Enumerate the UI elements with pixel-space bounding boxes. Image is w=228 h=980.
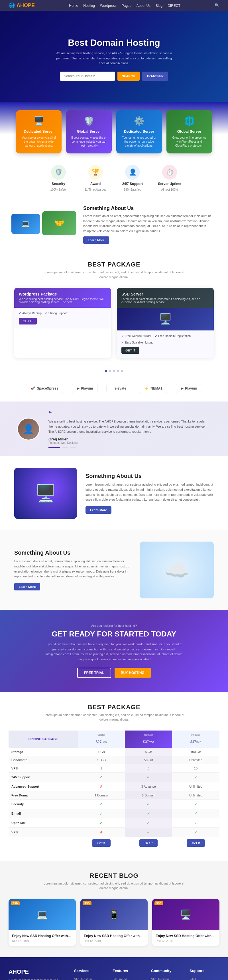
testimonial-avatar: 👤 [17, 418, 40, 441]
pricing-btn-spacer [8, 837, 78, 849]
pricing-feat-val-8-1: ✓ [125, 818, 172, 827]
footer-link-0-0[interactable]: VPS Hosting [74, 977, 92, 980]
search-button[interactable]: SEARCH [117, 72, 140, 81]
plan-period-0: /Mo [101, 740, 107, 744]
pricing-feat-name-9: VPS [8, 827, 78, 837]
card-desc-3: Grow your online presence with WordPress… [170, 136, 208, 148]
get-it-btn-2[interactable]: Get It [187, 839, 205, 847]
blog-meta-1: Dec 12, 2019 [84, 939, 144, 942]
blog-card-0[interactable]: 💻 SSD Enjoy New SSD Hosting Offer with..… [8, 899, 76, 946]
get-it-btn-0[interactable]: Get It [92, 839, 110, 847]
pkg-feature-0-1: Strong Support [45, 312, 67, 315]
about3-text: Something About Us Lorem ipsum dolor sit… [14, 549, 131, 590]
nav-direct[interactable]: DIRECT [168, 3, 180, 8]
pricing-buttons-row: Get It Get It Get It [8, 837, 220, 849]
blog-badge-1: SSD [83, 901, 92, 905]
plan-price-value-2: $47 [190, 740, 196, 744]
hosting-card-3[interactable]: 🌐 Global Server Grow your online presenc… [167, 110, 212, 153]
hero-search-bar: SEARCH TRANSFER [60, 72, 168, 81]
pricing-feat-val-2-1: 5 [125, 764, 172, 772]
blog-card-2[interactable]: 🖥️ SSD Enjoy New SSD Hosting Offer with.… [152, 899, 220, 946]
nav-home[interactable]: Home [69, 3, 78, 8]
partner-name-0: SpaceXpress [37, 387, 58, 390]
cta-section: Are you looking for best hosting? GET RE… [0, 610, 228, 692]
pricing-feat-val-1-1: 50 GB [125, 756, 172, 764]
plan-col-1: Regular $37/Mo [125, 730, 172, 748]
nav-logo[interactable]: 🌐 AHOPE [8, 2, 35, 8]
nav-wordpress[interactable]: Wordpress [100, 3, 117, 8]
award-label: Award [90, 182, 101, 186]
partner-2: ↑ elevate [106, 384, 131, 393]
pricing-feat-val-6-0: ✓ [78, 799, 125, 809]
pkg-get-btn-ssd[interactable]: GET IT [121, 347, 140, 354]
nav-search-icon[interactable]: 🔍 [215, 3, 220, 8]
pricing-feat-val-7-2: ✓ [172, 809, 220, 818]
dot-3[interactable] [113, 370, 115, 372]
card-title-1: Global Server [77, 129, 101, 134]
domain-search-input[interactable] [60, 72, 115, 81]
transfer-button[interactable]: TRANSFER [142, 72, 168, 81]
hosting-card-2[interactable]: ⚙️ Dedicated Server Your server gives yo… [116, 110, 162, 153]
pricing-row-1: Bandwidth10 GB50 GBUnlimited [8, 756, 220, 764]
pkg-feature-1-1: Free Domain Registration [155, 334, 191, 337]
pricing-btn-col-2: Get It [172, 837, 220, 849]
blog-title: RECENT BLOG [14, 872, 214, 880]
footer-link-1-0[interactable]: Lite speed [112, 977, 127, 980]
footer: AHOPE We are selling best hosting servic… [0, 957, 228, 980]
pkg-desc-ssd: Lorem ipsum dolor sit amet, consectetur … [121, 298, 209, 304]
blog-post-title-1: Enjoy New SSD Hosting Offer with... [84, 934, 144, 939]
footer-support-col: Support FAQ Forum Live Chat Open Ticket … [189, 969, 220, 980]
pkg-card-wordpress: Wordpress Package We are selling best ho… [14, 288, 111, 358]
blog-icon-2: 🖥️ [180, 909, 191, 920]
security-icon: 🛡️ [51, 165, 66, 180]
nav-blog[interactable]: Blog [156, 3, 162, 8]
blog-card-1[interactable]: 📱 SSD Enjoy New SSD Hosting Offer with..… [80, 899, 148, 946]
blog-badge-0: SSD [11, 901, 20, 905]
uptime-label: Server Uptime [158, 182, 181, 186]
free-trial-button[interactable]: FREE TRIAL [77, 668, 111, 678]
card-icon-0: 🖥️ [34, 116, 44, 126]
buy-hosting-button[interactable]: BUY HOSTING [114, 668, 151, 678]
about2-learn-more-btn[interactable]: Learn More [85, 506, 111, 514]
about2-image: 🖥️ [14, 468, 77, 519]
blog-badge-2: SSD [154, 901, 163, 905]
footer-features-title: Features [112, 969, 143, 973]
footer-logo: AHOPE [8, 969, 66, 975]
about-section-1: 💻 🤝 Something About Us Lorem ipsum dolor… [0, 200, 228, 252]
card-title-2: Dedicated Server [124, 129, 154, 134]
footer-link-3-0[interactable]: FAQ [189, 977, 196, 980]
pkg-img-ssd: 🖥️ [117, 308, 214, 331]
about-image-2: 🤝 [42, 211, 76, 235]
hosting-card-0[interactable]: 🖥️ Dedicated Server Your server gives yo… [16, 110, 61, 153]
pricing-row-0: Storage1 GB5 GB100 GB [8, 748, 220, 756]
hosting-card-1[interactable]: 🛡️ Global Server If your company uses th… [66, 110, 112, 153]
partner-name-2: elevate [114, 387, 126, 390]
footer-link-2-0[interactable]: VPS Hosting [151, 977, 169, 980]
pkg-feature-1-2: Easy Scalable Hosting [121, 341, 153, 344]
dot-5[interactable] [121, 370, 123, 372]
uptime-sub: Almost 100% [161, 188, 178, 191]
cta-pre-text: Are you looking for best hosting? [11, 624, 217, 627]
dot-2[interactable] [109, 370, 111, 372]
nav-hosting[interactable]: Hosting [83, 3, 95, 8]
nav-about[interactable]: About Us [136, 3, 151, 8]
pricing-table: PRICING PACKAGE Starter $27/Mo Regular $… [8, 730, 220, 849]
pricing-feat-val-3-2: ✓ [172, 772, 220, 782]
footer-support-title: Support [189, 969, 220, 973]
get-it-btn-1[interactable]: Get It [140, 839, 157, 847]
award-icon: 🏆 [88, 165, 103, 180]
blog-body-0: Enjoy New SSD Hosting Offer with... Dec … [8, 930, 76, 946]
pkg-get-btn-wordpress[interactable]: GET IT [19, 318, 37, 325]
about-heading-1: Something About Us [83, 205, 217, 212]
dot-4[interactable] [117, 370, 119, 372]
nav-pages[interactable]: Pages [122, 3, 132, 8]
about3-learn-more-btn[interactable]: Learn More [14, 583, 40, 590]
blog-img-2: 🖥️ SSD [152, 899, 220, 930]
pkg-title-wordpress: Wordpress Package [19, 292, 107, 296]
testimonial-text: We are selling best hosting service, The… [48, 419, 211, 434]
pricing-feat-val-4-2: Unlimited [172, 782, 220, 791]
pricing-feat-val-4-1: 3 Advance [125, 782, 172, 791]
dot-1[interactable] [105, 370, 107, 372]
security-label: Security [51, 182, 65, 186]
about-learn-more-btn-1[interactable]: Learn More [83, 236, 109, 244]
